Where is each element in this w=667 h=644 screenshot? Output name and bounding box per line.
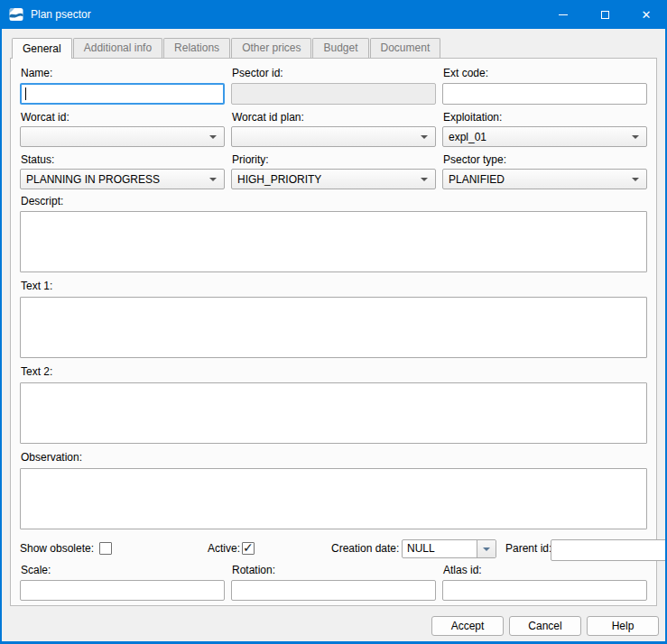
observation-textarea[interactable]: [20, 468, 647, 529]
close-button[interactable]: ✕: [625, 0, 667, 29]
scale-label: Scale:: [20, 564, 225, 576]
priority-label: Priority:: [231, 153, 436, 166]
creation-date-label: Creation date:: [331, 539, 399, 557]
chevron-down-icon: [632, 178, 639, 181]
creation-date-dropdown-button[interactable]: [477, 540, 496, 557]
scale-input[interactable]: [20, 580, 225, 601]
minimize-button[interactable]: [542, 0, 584, 29]
psector-id-input: [231, 83, 436, 105]
creation-date-select[interactable]: NULL: [402, 539, 496, 558]
priority-select[interactable]: HIGH_PRIORITY: [231, 169, 436, 189]
chevron-down-icon: [209, 178, 217, 181]
observation-label: Observation:: [20, 451, 647, 464]
help-button[interactable]: Help: [587, 616, 659, 636]
psector-id-label: Psector id:: [231, 67, 436, 79]
maximize-button[interactable]: [584, 0, 625, 29]
tab-budget[interactable]: Budget: [312, 38, 368, 58]
worcat-id-plan-label: Worcat id plan:: [231, 111, 436, 124]
minimize-icon: [559, 14, 568, 15]
text1-label: Text 1:: [20, 280, 647, 292]
worcat-id-select[interactable]: [20, 126, 225, 147]
tab-document[interactable]: Document: [370, 38, 441, 58]
show-obsolete-label: Show obsolete:: [20, 539, 94, 557]
chevron-down-icon: [209, 135, 217, 139]
exploitation-label: Exploitation:: [442, 111, 647, 124]
accept-button[interactable]: Accept: [431, 616, 504, 636]
status-select[interactable]: PLANNING IN PROGRESS: [20, 169, 225, 189]
options-row: Show obsolete: Active: Creation date: NU…: [20, 539, 647, 557]
chevron-down-icon: [421, 135, 428, 139]
maximize-icon: [601, 11, 609, 19]
text1-textarea[interactable]: [20, 297, 647, 358]
chevron-down-icon: [421, 178, 428, 181]
active-label: Active:: [208, 539, 240, 557]
text-caret: [25, 87, 26, 100]
window-title: Plan psector: [31, 8, 542, 21]
psector-type-label: Psector type:: [442, 153, 647, 166]
active-checkbox[interactable]: [242, 542, 255, 555]
name-input[interactable]: [20, 83, 225, 105]
app-logo-icon: [9, 7, 23, 22]
rotation-input[interactable]: [231, 580, 436, 601]
dialog-content: General Additional info Relations Other …: [2, 29, 665, 606]
name-label: Name:: [20, 67, 225, 79]
general-tab-pane: Name: Psector id: Ext code: Worcat id: W…: [10, 58, 657, 606]
chevron-down-icon: [483, 547, 490, 551]
plan-psector-dialog: Plan psector ✕ General Additional info R…: [0, 0, 667, 644]
tab-general[interactable]: General: [12, 38, 72, 59]
tab-other-prices[interactable]: Other prices: [231, 38, 311, 58]
worcat-id-plan-select[interactable]: [231, 126, 436, 147]
descript-textarea[interactable]: [20, 211, 647, 272]
chevron-down-icon: [632, 135, 639, 139]
titlebar: Plan psector ✕: [0, 0, 667, 29]
dialog-button-row: Accept Cancel Help: [2, 606, 665, 641]
psector-type-select[interactable]: PLANIFIED: [442, 169, 647, 189]
parent-id-input[interactable]: [551, 539, 667, 561]
parent-id-label: Parent id:: [505, 539, 551, 557]
atlas-id-input[interactable]: [442, 580, 647, 601]
tab-additional-info[interactable]: Additional info: [73, 38, 162, 58]
close-icon: ✕: [642, 9, 652, 21]
ext-code-input[interactable]: [442, 83, 647, 105]
status-label: Status:: [20, 153, 225, 166]
atlas-id-label: Atlas id:: [442, 564, 647, 576]
worcat-id-label: Worcat id:: [20, 111, 225, 124]
tab-relations[interactable]: Relations: [163, 38, 230, 58]
tab-bar: General Additional info Relations Other …: [10, 38, 657, 58]
rotation-label: Rotation:: [231, 564, 436, 576]
cancel-button[interactable]: Cancel: [509, 616, 581, 636]
show-obsolete-checkbox[interactable]: [99, 542, 112, 555]
text2-textarea[interactable]: [20, 382, 647, 444]
text2-label: Text 2:: [20, 365, 647, 378]
ext-code-label: Ext code:: [442, 67, 647, 79]
exploitation-select[interactable]: expl_01: [442, 126, 647, 147]
descript-label: Descript:: [20, 195, 647, 207]
